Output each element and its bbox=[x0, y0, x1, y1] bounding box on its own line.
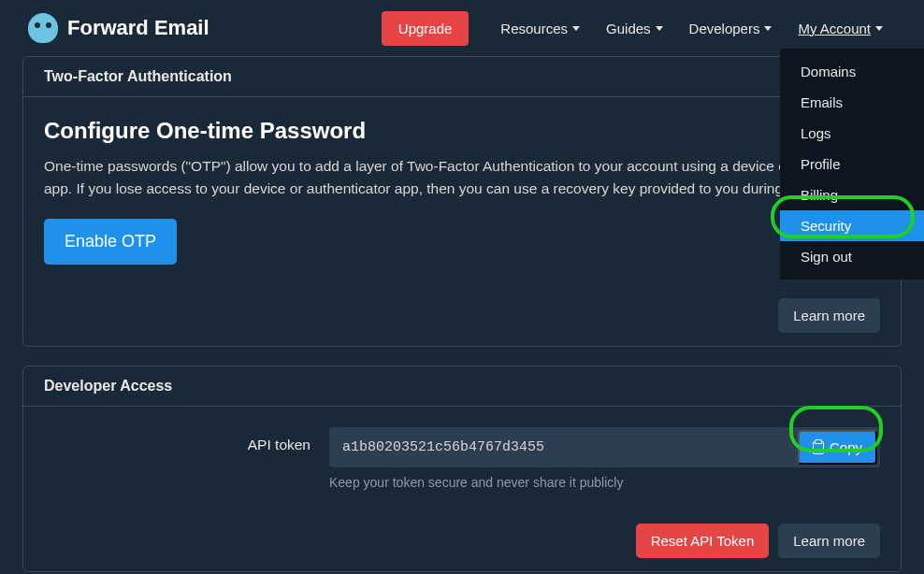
dropdown-item-logs[interactable]: Logs bbox=[780, 118, 924, 149]
clipboard-icon bbox=[813, 441, 824, 454]
navbar: Forward Email Upgrade Resources Guides D… bbox=[0, 0, 924, 56]
twofa-card: Two-Factor Authentication Configure One-… bbox=[22, 56, 902, 347]
api-token-input-group: Copy bbox=[329, 427, 880, 467]
twofa-learn-more-button[interactable]: Learn more bbox=[778, 298, 880, 333]
caret-down-icon bbox=[764, 26, 772, 31]
nav-label: Developers bbox=[689, 21, 760, 36]
brand-text: Forward Email bbox=[67, 16, 209, 40]
nav-my-account[interactable]: My Account bbox=[785, 13, 896, 44]
nav-developers[interactable]: Developers bbox=[676, 13, 786, 44]
upgrade-button[interactable]: Upgrade bbox=[382, 11, 469, 46]
token-help-text: Keep your token secure and never share i… bbox=[329, 475, 880, 490]
twofa-description: One-time passwords ("OTP") allow you to … bbox=[44, 155, 880, 200]
dev-header: Developer Access bbox=[23, 366, 901, 407]
nav-label: Resources bbox=[500, 21, 568, 36]
dropdown-item-billing[interactable]: Billing bbox=[780, 179, 924, 210]
copy-label: Copy bbox=[830, 439, 862, 455]
ghost-logo-icon bbox=[28, 13, 58, 43]
caret-down-icon bbox=[572, 26, 580, 31]
caret-down-icon bbox=[656, 26, 663, 31]
twofa-header: Two-Factor Authentication bbox=[23, 57, 901, 97]
dropdown-item-signout[interactable]: Sign out bbox=[780, 241, 924, 272]
api-token-label: API token bbox=[44, 427, 310, 453]
developer-access-card: Developer Access API token Copy Keep bbox=[22, 366, 902, 572]
dev-learn-more-button[interactable]: Learn more bbox=[778, 524, 880, 558]
enable-otp-button[interactable]: Enable OTP bbox=[44, 219, 177, 265]
dropdown-item-security[interactable]: Security bbox=[780, 210, 924, 241]
nav-resources[interactable]: Resources bbox=[487, 13, 593, 44]
caret-down-icon bbox=[875, 26, 883, 31]
api-token-input[interactable] bbox=[329, 429, 795, 466]
reset-api-token-button[interactable]: Reset API Token bbox=[636, 524, 770, 558]
copy-token-button[interactable]: Copy bbox=[798, 430, 877, 465]
brand-area[interactable]: Forward Email bbox=[28, 13, 209, 43]
dropdown-item-domains[interactable]: Domains bbox=[780, 56, 924, 87]
dropdown-item-profile[interactable]: Profile bbox=[780, 149, 924, 179]
twofa-title: Configure One-time Password bbox=[44, 118, 880, 144]
dropdown-item-emails[interactable]: Emails bbox=[780, 87, 924, 118]
nav-guides[interactable]: Guides bbox=[593, 13, 676, 44]
account-dropdown: Domains Emails Logs Profile Billing Secu… bbox=[780, 49, 924, 280]
nav-label: My Account bbox=[798, 21, 871, 36]
nav-label: Guides bbox=[606, 21, 651, 36]
